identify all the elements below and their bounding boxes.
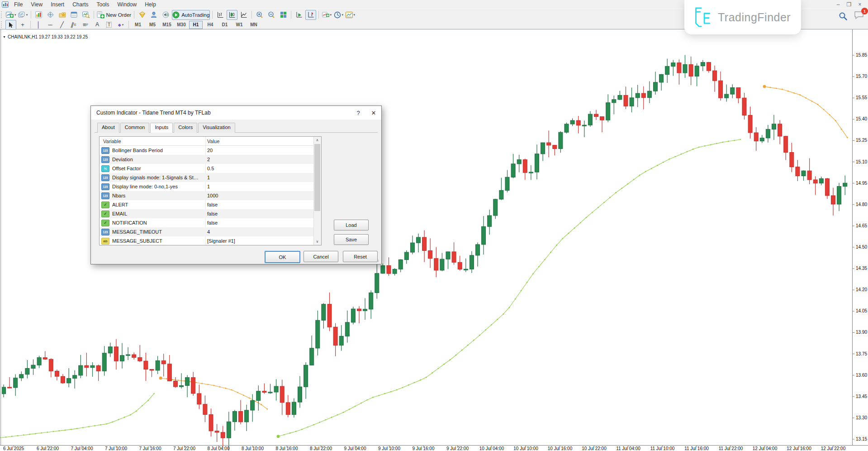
table-scrollbar[interactable]: ∧ ∨ — [313, 137, 321, 245]
templates-caret-icon[interactable]: ▾ — [354, 13, 356, 17]
timeframe-h1[interactable]: H1 — [189, 21, 203, 29]
community-button[interactable] — [148, 10, 159, 20]
navigator-button[interactable] — [57, 10, 68, 20]
arrows-button[interactable]: ◆ ▾ — [115, 20, 126, 30]
menu-item-view[interactable]: View — [27, 1, 47, 8]
dialog-help-button[interactable]: ? — [351, 106, 366, 120]
timeframe-h4[interactable]: H4 — [204, 21, 217, 29]
param-row[interactable]: 123Display line mode: 0-no,1-yes1 — [100, 182, 321, 191]
timeframe-m15[interactable]: M15 — [160, 21, 174, 29]
profiles-caret-icon[interactable]: ▾ — [26, 13, 28, 17]
autotrading-button[interactable]: AutoTrading — [172, 10, 210, 20]
timeframe-mn[interactable]: MN — [247, 21, 261, 29]
param-row[interactable]: ✓NOTIFICATIONfalse — [100, 218, 321, 227]
cursor-button[interactable] — [5, 20, 16, 30]
chart-shift-button[interactable] — [305, 10, 316, 20]
timeframe-d1[interactable]: D1 — [218, 21, 232, 29]
indicators-button[interactable]: ▾ — [321, 10, 332, 20]
menu-item-help[interactable]: Help — [141, 1, 160, 8]
periods-caret-icon[interactable]: ▾ — [342, 13, 344, 17]
load-button[interactable]: Load — [334, 220, 369, 230]
scrollbar-up-button[interactable]: ∧ — [314, 137, 321, 144]
sound-button[interactable] — [160, 10, 171, 20]
param-value[interactable]: 1 — [207, 175, 210, 180]
param-value[interactable]: false — [207, 202, 218, 207]
zoom-out-button[interactable] — [266, 10, 277, 20]
equidistant-channel-button[interactable]: ∥E — [68, 20, 79, 30]
param-value[interactable]: false — [207, 220, 218, 226]
menu-item-insert[interactable]: Insert — [47, 1, 68, 8]
param-value[interactable]: [Signaler #1] — [207, 238, 235, 244]
tab-inputs[interactable]: Inputs — [150, 123, 173, 133]
tab-common[interactable]: Common — [120, 123, 150, 133]
param-row[interactable]: 123MESSAGE_TIMEOUT4 — [100, 227, 321, 236]
param-value[interactable]: false — [207, 211, 218, 216]
tab-about[interactable]: About — [97, 123, 119, 133]
fibonacci-button[interactable]: ≡F — [80, 20, 91, 30]
menu-item-tools[interactable]: Tools — [93, 1, 114, 8]
timeframe-m30[interactable]: M30 — [175, 21, 188, 29]
bar-chart-button[interactable] — [215, 10, 226, 20]
collapse-triangle-icon[interactable]: ▼ — [3, 35, 6, 38]
tab-visualization[interactable]: Visualization — [198, 123, 235, 133]
zoom-in-button[interactable] — [254, 10, 265, 20]
horizontal-line-button[interactable]: ─ — [45, 20, 56, 30]
profiles-button[interactable]: ▾ — [18, 10, 28, 20]
restore-button[interactable]: ❐ — [844, 1, 854, 8]
templates-button[interactable]: ▾ — [345, 10, 356, 20]
auto-scroll-button[interactable] — [294, 10, 304, 20]
data-window-button[interactable] — [45, 10, 56, 20]
trendline-button[interactable]: ╱ — [57, 20, 67, 30]
param-row[interactable]: abMESSAGE_SUBJECT[Signaler #1] — [100, 236, 321, 245]
new-order-button[interactable]: New Order — [96, 10, 132, 20]
param-value[interactable]: 1 — [207, 184, 210, 189]
param-row[interactable]: 123Bollinger Bands Period20 — [100, 146, 321, 155]
strategy-tester-button[interactable] — [81, 10, 91, 20]
param-row[interactable]: ✓ALERTfalse — [100, 200, 321, 209]
text-button[interactable]: A — [92, 20, 103, 30]
param-row[interactable]: 123Nbars1000 — [100, 191, 321, 200]
minimize-button[interactable]: – — [834, 1, 843, 8]
param-row[interactable]: ½Offset Factor0.5 — [100, 164, 321, 173]
ok-button[interactable]: OK — [265, 251, 300, 263]
terminal-button[interactable] — [69, 10, 80, 20]
dialog-close-button[interactable]: ✕ — [366, 106, 381, 120]
timeframe-m5[interactable]: M5 — [146, 21, 159, 29]
param-row[interactable]: ✓EMAILfalse — [100, 209, 321, 218]
save-button[interactable]: Save — [334, 234, 369, 245]
close-button[interactable]: × — [855, 1, 864, 8]
parameters-table[interactable]: Variable Value 123Bollinger Bands Period… — [99, 136, 322, 245]
menu-item-window[interactable]: Window — [114, 1, 141, 8]
resize-grip-icon[interactable]: ⠿ — [377, 259, 380, 263]
text-label-button[interactable]: T — [104, 20, 114, 30]
menu-item-charts[interactable]: Charts — [68, 1, 92, 8]
line-chart-button[interactable] — [238, 10, 249, 20]
new-chart-caret-icon[interactable]: ▾ — [14, 13, 16, 17]
param-row[interactable]: 123Deviation2 — [100, 155, 321, 164]
param-value[interactable]: 0.5 — [207, 166, 214, 171]
search-icon[interactable] — [839, 12, 848, 21]
metaeditor-button[interactable] — [137, 10, 147, 20]
menu-item-file[interactable]: File — [10, 1, 27, 8]
param-value[interactable]: 2 — [207, 157, 210, 162]
new-chart-button[interactable]: ▾ — [5, 10, 17, 20]
timeframe-w1[interactable]: W1 — [232, 21, 246, 29]
crosshair-button[interactable]: + — [17, 20, 28, 30]
param-value[interactable]: 4 — [207, 229, 210, 235]
vertical-line-button[interactable]: │ — [33, 20, 44, 30]
dialog-title-bar[interactable]: Custom Indicator - Tidane Trend MT4 by T… — [91, 106, 381, 120]
tab-colors[interactable]: Colors — [174, 123, 197, 133]
param-value[interactable]: 20 — [207, 148, 213, 153]
reset-button[interactable]: Reset — [343, 251, 378, 262]
toolbar-drag-handle[interactable] — [1, 11, 3, 18]
scrollbar-down-button[interactable]: ∨ — [314, 238, 321, 245]
tile-windows-button[interactable] — [278, 10, 289, 20]
chat-button[interactable]: 1 — [854, 11, 864, 21]
timeframe-m1[interactable]: M1 — [131, 21, 145, 29]
symbol-ohlc-label[interactable]: ▼ CHAINLNK,H1 19.27 19.33 19.22 19.25 — [3, 34, 88, 39]
toolbar-drag-handle[interactable] — [1, 21, 3, 28]
candlestick-button[interactable] — [227, 10, 237, 20]
market-watch-button[interactable] — [33, 10, 44, 20]
cancel-button[interactable]: Cancel — [304, 251, 338, 262]
indicators-caret-icon[interactable]: ▾ — [330, 13, 332, 17]
